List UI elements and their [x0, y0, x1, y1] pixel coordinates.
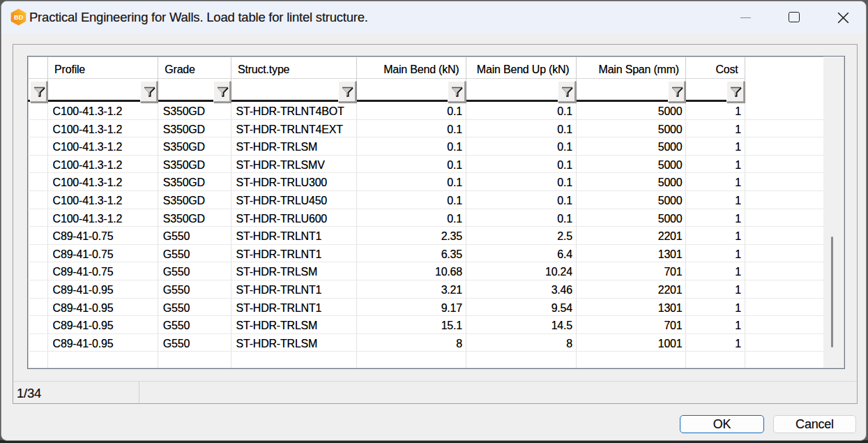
svg-text:BD: BD — [14, 14, 24, 21]
